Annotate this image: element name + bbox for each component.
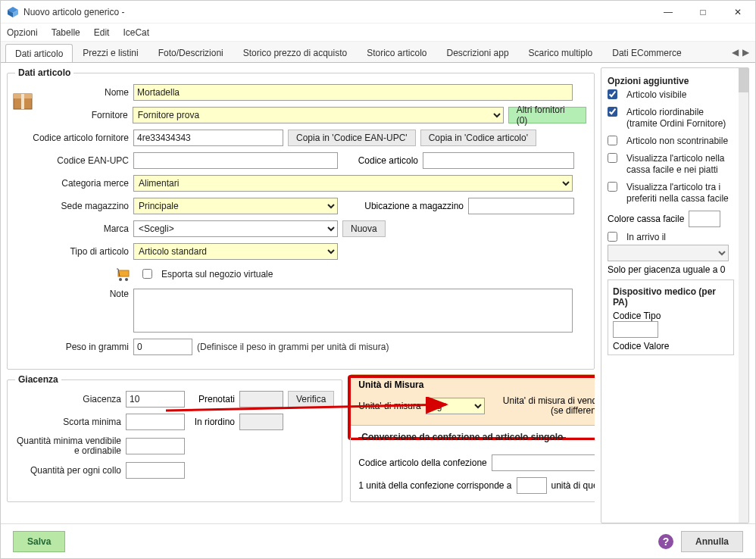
label-qta-collo: Quantità per ogni collo — [15, 465, 121, 476]
maximize-button[interactable]: □ — [686, 1, 720, 23]
label-codice-articolo: Codice articolo — [342, 155, 418, 166]
group-udm-title: Unità di Misura — [358, 379, 595, 390]
tab-storico-articolo[interactable]: Storico articolo — [357, 43, 436, 61]
group-unita-misura: Unità di Misura Unita' di misura Kg Unit… — [350, 374, 595, 426]
label-codice-tipo: Codice Tipo — [613, 311, 729, 321]
group-conversione: Conversione da confezione ad articolo si… — [350, 432, 595, 502]
panel-opzioni-aggiuntive: Opzioni aggiuntive Articolo visibile Art… — [601, 67, 749, 523]
button-altri-fornitori[interactable]: Altri fornitori (0) — [508, 107, 586, 123]
window-controls: ― □ ✕ — [651, 1, 755, 23]
checkbox-in-arrivo[interactable]: In arrivo il — [608, 232, 734, 243]
tab-scroll-left[interactable]: ◀ — [729, 47, 740, 58]
titlebar: Nuovo articolo generico - ― □ ✕ — [1, 1, 755, 23]
group-dati-articolo: Dati articolo Nome Fornitore Fornitore p… — [7, 67, 595, 370]
select-fornitore[interactable]: Fornitore prova — [133, 107, 504, 123]
input-nome[interactable] — [133, 84, 573, 101]
label-categoria-merce: Categoria merce — [15, 178, 129, 189]
tab-scarico-multiplo[interactable]: Scarico multiplo — [519, 43, 603, 61]
group-conv-title: Conversione da confezione ad articolo si… — [358, 432, 566, 442]
select-in-arrivo-date — [608, 245, 729, 261]
input-scorta-minima[interactable] — [126, 414, 185, 430]
svg-rect-5 — [21, 94, 24, 109]
label-colore-cassa: Colore cassa facile — [608, 214, 684, 224]
input-codice-confezione[interactable] — [492, 454, 595, 471]
scrollbar-thumb[interactable] — [739, 68, 748, 92]
hint-peso-grammi: (Definisce il peso in grammi per unità d… — [197, 342, 389, 352]
button-copia-ean[interactable]: Copia in 'Codice EAN-UPC' — [288, 130, 416, 146]
input-peso-grammi[interactable] — [133, 339, 192, 355]
group-giacenza: Giacenza Giacenza Prenotati Verifica Sco… — [7, 374, 342, 502]
checkbox-preferiti-cassa[interactable]: Visualizza l'articolo tra i preferiti ne… — [608, 182, 734, 205]
checkbox-visualizza-cassa[interactable]: Visualizza l'articolo nella cassa facile… — [608, 153, 734, 176]
label-scorta-minima: Scorta minima — [15, 417, 121, 427]
input-codice-articolo[interactable] — [423, 152, 574, 169]
input-codice-tipo[interactable] — [613, 321, 658, 338]
button-copia-codice[interactable]: Copia in 'Codice articolo' — [420, 130, 536, 146]
menubar: Opzioni Tabelle Edit IceCat — [1, 23, 755, 42]
tab-dati-articolo[interactable]: Dati articolo — [5, 44, 73, 62]
svg-point-7 — [119, 278, 122, 281]
tab-strip: Dati articolo Prezzi e listini Foto/Desc… — [1, 42, 755, 63]
label-codice-confezione: Codice articolo della confezione — [358, 458, 486, 468]
window-title: Nuovo articolo generico - — [23, 7, 651, 17]
label-unita-questo: unità di questo articolo — [551, 480, 595, 491]
label-udm-vendita: Unita' di misura di vendita (se differen… — [489, 396, 595, 416]
menu-opzioni[interactable]: Opzioni — [7, 27, 38, 38]
label-nome: Nome — [105, 87, 129, 98]
button-salva[interactable]: Salva — [13, 531, 65, 552]
close-button[interactable]: ✕ — [720, 1, 755, 23]
menu-icecat[interactable]: IceCat — [123, 27, 149, 38]
input-corrisponde-qty[interactable] — [517, 477, 547, 494]
label-qta-min-vend: Quantità minima vendibile e ordinabile — [15, 436, 121, 456]
label-sede-magazzino: Sede magazzino — [15, 201, 129, 211]
select-categoria-merce[interactable]: Alimentari — [133, 175, 573, 192]
input-prenotati — [239, 391, 283, 408]
footer-help-icon[interactable]: ? — [658, 534, 673, 549]
button-nuova-marca[interactable]: Nuova — [342, 220, 386, 237]
group-dati-articolo-title: Dati articolo — [15, 67, 73, 78]
group-giacenza-title: Giacenza — [15, 374, 61, 385]
scrollbar[interactable] — [739, 68, 748, 523]
button-verifica[interactable]: Verifica — [288, 391, 334, 408]
svg-point-8 — [125, 278, 128, 281]
right-title: Opzioni aggiuntive — [608, 76, 734, 86]
label-in-riordino: In riordino — [189, 417, 235, 427]
tab-storico-prezzo[interactable]: Storico prezzo di acquisto — [233, 43, 357, 61]
button-annulla[interactable]: Annulla — [681, 531, 743, 552]
select-marca[interactable]: <Scegli> — [133, 220, 338, 237]
select-sede-magazzino[interactable]: Principale — [133, 198, 338, 214]
label-note: Note — [15, 289, 129, 299]
tab-descrizioni-app[interactable]: Descrizioni app — [437, 43, 519, 61]
tab-prezzi-listini[interactable]: Prezzi e listini — [73, 43, 148, 61]
input-colore-cassa[interactable] — [689, 211, 720, 227]
input-in-riordino — [239, 414, 283, 430]
cart-icon — [115, 266, 133, 283]
textarea-note[interactable] — [133, 289, 573, 333]
tab-dati-ecommerce[interactable]: Dati ECommerce — [602, 43, 691, 61]
input-ubicazione[interactable] — [468, 198, 574, 214]
tab-scroll-right[interactable]: ▶ — [740, 47, 751, 58]
menu-tabelle[interactable]: Tabelle — [52, 27, 80, 38]
label-codice-ean: Codice EAN-UPC — [15, 155, 129, 166]
label-codice-art-fornitore: Codice articolo fornitore — [15, 133, 129, 143]
label-prenotati: Prenotati — [189, 394, 235, 404]
checkbox-articolo-riordinabile[interactable]: Articolo riordinabile (tramite Ordini Fo… — [608, 107, 734, 130]
menu-edit[interactable]: Edit — [94, 27, 110, 38]
package-icon — [11, 86, 41, 112]
input-codice-art-fornitore[interactable] — [133, 130, 283, 146]
input-codice-ean[interactable] — [133, 152, 338, 169]
tab-foto-descrizioni[interactable]: Foto/Descrizioni — [148, 43, 233, 61]
label-solo-giacenza0: Solo per giacenza uguale a 0 — [608, 264, 734, 275]
checkbox-articolo-visibile[interactable]: Articolo visibile — [608, 89, 734, 101]
input-giacenza[interactable] — [126, 391, 185, 408]
checkbox-non-scontrinabile[interactable]: Articolo non scontrinabile — [608, 136, 734, 147]
minimize-button[interactable]: ― — [651, 1, 686, 23]
input-qta-collo[interactable] — [126, 462, 185, 479]
input-qta-min-vend[interactable] — [126, 438, 185, 454]
select-udm[interactable]: Kg — [426, 398, 485, 414]
checkbox-esporta-virtuale[interactable]: Esporta sul negozio virtuale — [142, 269, 273, 280]
label-marca: Marca — [15, 223, 129, 234]
label-udm: Unita' di misura — [358, 401, 420, 411]
app-icon — [7, 6, 19, 18]
select-tipo-articolo[interactable]: Articolo standard — [133, 243, 338, 260]
